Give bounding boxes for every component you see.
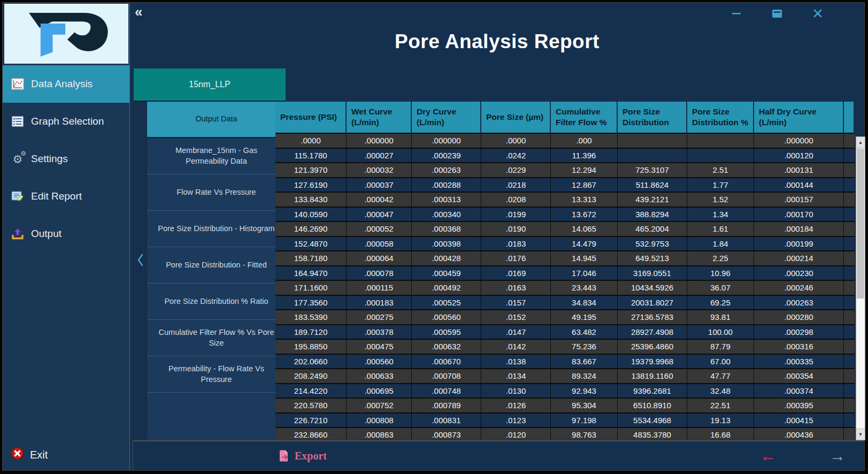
table-row[interactable]: 171.1600.000115.000492.016323.44310434.5… [275, 281, 855, 296]
forward-arrow-button[interactable]: → [829, 447, 846, 465]
table-cell: .000708 [412, 369, 481, 383]
sidebar-item-edit-report[interactable]: Edit Report [3, 178, 129, 215]
scroll-down-button[interactable]: ▼ [856, 429, 865, 440]
nav-item-label: Membrane_15nm - Gas Permeability Data [155, 146, 278, 166]
table-cell: .000183 [347, 296, 412, 310]
nav-item-pore-size-distribution-histogram[interactable]: Pore Size Distribution - Histogram [147, 211, 286, 247]
nav-item-pore-size-distribution-fitted[interactable]: Pore Size Distribution - Fitted [147, 247, 286, 284]
tab-dataset[interactable]: 15nm_LLP [134, 68, 286, 102]
maximize-button[interactable] [771, 8, 783, 19]
table-row[interactable]: 115.1780.000027.000239.024211.396.000120 [275, 149, 855, 164]
table-row[interactable]: 127.6190.000037.000288.021812.867511.862… [275, 178, 855, 193]
column-header-pressure-psi: Pressure (PSI) [275, 102, 347, 134]
table-cell-filler [844, 251, 855, 265]
table-cell: .000475 [347, 340, 412, 354]
table-cell: 28927.4908 [618, 325, 687, 339]
nav-item-pore-size-distribution-ratio[interactable]: Pore Size Distribution % Ratio [147, 284, 286, 320]
table-row[interactable]: 232.8660.000863.000873.012098.7634835.37… [275, 428, 855, 440]
output-data-table: Pressure (PSI)Wet Curve (L/min)Dry Curve… [275, 102, 855, 440]
nav-item-label: Output Data [195, 114, 237, 125]
table-row[interactable]: 133.8430.000042.000313.020813.313439.212… [275, 193, 855, 208]
table-cell: .000335 [754, 355, 844, 369]
table-row[interactable]: 177.3560.000183.000525.015734.83420031.8… [275, 296, 855, 311]
table-cell: .000199 [754, 237, 844, 251]
table-cell [618, 134, 687, 148]
table-row[interactable]: 189.7120.000378.000595.014763.48228927.4… [275, 325, 855, 340]
column-header-wet-curve-l-min: Wet Curve (L/min) [347, 102, 412, 134]
exit-button[interactable]: Exit [11, 447, 48, 463]
table-cell-filler [844, 340, 855, 354]
table-cell: 5534.4968 [618, 414, 687, 427]
nav-item-output-data[interactable]: Output Data [147, 102, 286, 138]
table-cell: 10.96 [687, 266, 754, 280]
table-cell: 6510.8910 [618, 399, 687, 412]
sidebar-item-graph-selection[interactable]: Graph Selection [3, 103, 129, 140]
table-cell: .0183 [481, 237, 551, 251]
table-cell-filler [844, 178, 855, 192]
table-cell: 69.25 [687, 296, 754, 310]
table-row[interactable]: 140.0590.000047.000340.019913.672388.829… [275, 208, 855, 223]
table-cell: .0176 [481, 251, 551, 265]
table-row[interactable]: .0000.000000.000000.0000.000.000000 [275, 134, 855, 149]
scroll-up-button[interactable]: ▲ [856, 137, 865, 148]
table-row[interactable]: 220.5780.000752.000789.012695.3046510.89… [275, 399, 855, 414]
table-cell: 17.046 [551, 266, 618, 280]
minimize-button[interactable] [731, 8, 742, 19]
table-cell: .000115 [347, 281, 412, 295]
sidebar-item-data-analysis[interactable]: Data Analysis [3, 65, 129, 103]
table-cell: .000313 [412, 193, 481, 207]
table-cell: .000873 [412, 428, 481, 440]
table-cell: .0229 [481, 163, 551, 177]
table-cell: 1.77 [687, 178, 754, 192]
table-row[interactable]: 146.2690.000052.000368.019014.065465.200… [275, 222, 855, 237]
table-cell: .0134 [481, 369, 551, 383]
table-cell: 164.9470 [275, 266, 347, 280]
chevron-left-icon[interactable] [136, 253, 144, 269]
table-row[interactable]: 226.7210.000808.000831.012397.1985534.49… [275, 414, 855, 429]
table-row[interactable]: 152.4870.000058.000398.018314.479532.975… [275, 237, 855, 252]
column-header-dry-curve-l-min: Dry Curve (L/min) [412, 102, 481, 134]
table-cell: .000415 [754, 414, 844, 427]
table-cell-filler [844, 414, 855, 427]
table-cell: 13.313 [551, 193, 618, 207]
scrollbar-thumb[interactable] [857, 149, 864, 299]
table-cell: .000525 [412, 296, 481, 310]
sidebar-item-settings[interactable]: ⚙⚙Settings [3, 140, 129, 178]
collapse-sidebar-icon[interactable]: « [135, 4, 142, 20]
table-cell: 214.4220 [275, 384, 347, 398]
table-cell: .0138 [481, 355, 551, 369]
table-cell-filler [844, 149, 855, 163]
sidebar: Data AnalysisGraph Selection⚙⚙SettingsEd… [3, 3, 130, 470]
table-row[interactable]: 214.4220.000695.000748.013092.9439396.26… [275, 384, 855, 399]
table-cell: .000374 [754, 384, 844, 398]
table-row[interactable]: 195.8850.000475.000632.014275.23625396.4… [275, 340, 855, 355]
back-arrow-button[interactable]: ← [760, 447, 776, 465]
table-cell: .000459 [412, 266, 481, 280]
table-row[interactable]: 121.3970.000032.000263.022912.294725.310… [275, 163, 855, 178]
table-cell: .000428 [412, 251, 481, 265]
table-cell: .000 [551, 134, 618, 148]
table-row[interactable]: 208.2490.000633.000708.013489.32413819.1… [275, 369, 855, 384]
table-row[interactable]: 202.0660.000560.000670.013883.66719379.9… [275, 355, 855, 370]
sidebar-item-output[interactable]: Output [3, 215, 129, 253]
nav-item-flow-rate-vs-pressure[interactable]: Flow Rate Vs Pressure [147, 174, 286, 211]
table-cell: .000316 [754, 340, 844, 354]
nav-item-permeability-flow-rate-vs-pressure[interactable]: Permeability - Flow Rate Vs Pressure [147, 356, 286, 393]
nav-item-label: Pore Size Distribution - Histogram [158, 224, 274, 234]
table-row[interactable]: 158.7180.000064.000428.017614.945649.521… [275, 251, 855, 266]
nav-item-cumulative-filter-flow-vs-pore-size[interactable]: Cumulative Filter Flow % Vs Pore Size [147, 320, 286, 356]
close-button[interactable] [812, 8, 824, 19]
nav-item-membrane-15nm-gas-permeability-data[interactable]: Membrane_15nm - Gas Permeability Data [147, 138, 286, 174]
table-cell: .000131 [754, 163, 844, 177]
table-cell: 12.294 [551, 163, 618, 177]
table-cell: .0157 [481, 296, 551, 310]
sidebar-item-label: Output [31, 228, 62, 240]
table-row[interactable]: 164.9470.000078.000459.016917.0463169.05… [275, 266, 855, 281]
export-button[interactable]: Export [279, 450, 327, 462]
table-cell-filler [844, 296, 855, 310]
table-cell: .0199 [481, 208, 551, 221]
table-cell: .000560 [412, 310, 481, 324]
vertical-scrollbar[interactable]: ▲ ▼ [856, 136, 865, 440]
table-cell: 67.00 [687, 355, 754, 369]
table-row[interactable]: 183.5390.000275.000560.015249.19527136.5… [275, 310, 855, 325]
